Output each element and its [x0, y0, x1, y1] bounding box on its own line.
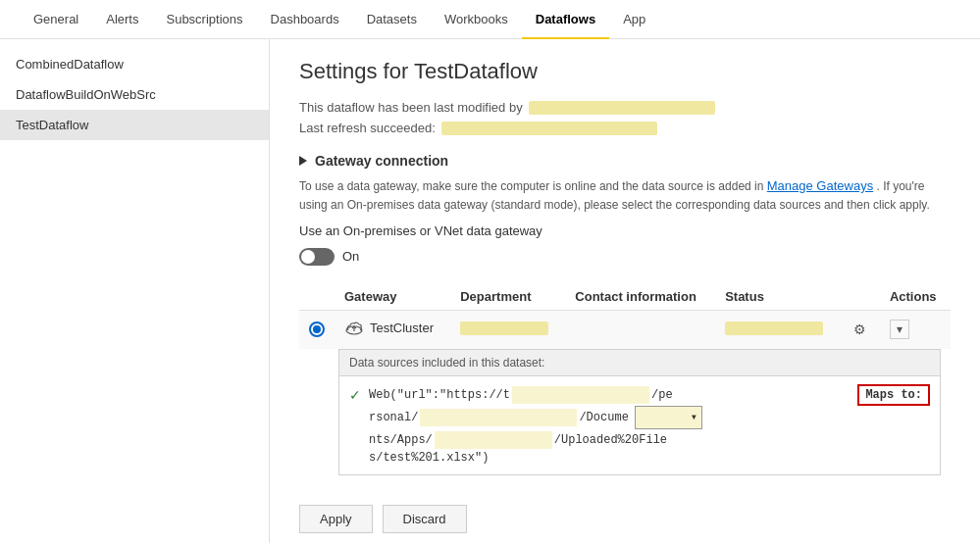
datasources-cell: Data sources included in this dataset: ✓… [299, 349, 951, 485]
nav-workbooks[interactable]: Workbooks [431, 0, 522, 39]
nav-dashboards[interactable]: Dashboards [257, 0, 353, 39]
col-contact-header: Contact information [565, 283, 715, 311]
code-line1-redacted [512, 386, 649, 404]
col-department-header: Department [450, 283, 565, 311]
code-line-3: nts/Apps/ /Uploaded%20File [369, 431, 930, 449]
manage-gateways-link[interactable]: Manage Gateways [767, 178, 873, 193]
code-line1-end: /pe [651, 388, 673, 402]
code-line2-end: /Docume [579, 411, 628, 424]
vnet-label: Use an On-premises or VNet data gateway [299, 223, 951, 238]
col-empty-header [841, 283, 880, 311]
gateway-actions-cell[interactable]: ▾ [880, 310, 951, 349]
main-content: Settings for TestDataflow This dataflow … [270, 39, 980, 543]
code-line1-start: Web("url":"https://t [369, 388, 510, 402]
gateway-dept-value [460, 321, 548, 335]
nav-datasets[interactable]: Datasets [353, 0, 431, 39]
apply-button[interactable]: Apply [299, 505, 373, 533]
code-line-2: rsonal/ /Docume ▾ [369, 406, 930, 429]
gateway-connection-section: Gateway connection To use a data gateway… [299, 153, 951, 485]
gear-icon[interactable]: ⚙ [851, 320, 870, 339]
sidebar-item-combined-dataflow[interactable]: CombinedDataflow [0, 49, 269, 79]
toggle-label: On [342, 249, 359, 264]
gateway-status-cell [715, 310, 841, 349]
radio-dot [313, 325, 321, 333]
maps-to-container: Maps to: [857, 388, 930, 402]
col-radio-header [299, 283, 335, 311]
nav-general[interactable]: General [20, 0, 92, 39]
col-status-header: Status [715, 283, 841, 311]
last-modified-value [529, 101, 715, 115]
last-refresh-value [441, 122, 657, 135]
maps-to-label: Maps to: [857, 384, 930, 406]
gateway-gear-cell[interactable]: ⚙ [841, 310, 880, 349]
sidebar-item-dataflow-build[interactable]: DataflowBuildOnWebSrc [0, 79, 269, 110]
gateway-status-value [725, 321, 823, 335]
gateway-dept-cell [450, 310, 565, 349]
chevron-down-icon[interactable]: ▾ [890, 320, 909, 339]
code-line3-start: nts/Apps/ [369, 433, 433, 447]
gateway-name-cell: TestCluster [335, 310, 450, 349]
page-title: Settings for TestDataflow [299, 59, 951, 84]
gateway-radio[interactable] [309, 321, 325, 337]
col-actions-header: Actions [880, 283, 951, 311]
code-line2-redacted [420, 409, 577, 426]
gateway-icon-label: TestCluster [344, 319, 434, 338]
gateway-row: TestCluster ⚙ [299, 310, 951, 349]
maps-to-dropdown-container: ▾ [635, 406, 702, 429]
collapse-triangle-icon[interactable] [299, 156, 307, 166]
datasources-row: Data sources included in this dataset: ✓… [299, 349, 951, 485]
sidebar-item-test-dataflow[interactable]: TestDataflow [0, 110, 269, 140]
datasources-container: Data sources included in this dataset: ✓… [338, 349, 941, 475]
gateway-cluster-name: TestCluster [370, 321, 434, 335]
code-line3-end: /Uploaded%20File [554, 433, 667, 447]
code-line3-redacted [435, 431, 552, 449]
dropdown-value [640, 409, 689, 426]
gateway-radio-cell[interactable] [299, 310, 335, 349]
check-icon: ✓ [349, 387, 361, 403]
code-line-4: s/test%201.xlsx") [369, 451, 930, 465]
gateway-section-title: Gateway connection [299, 153, 951, 169]
maps-to-dropdown[interactable]: ▾ [635, 406, 702, 429]
datasource-code-block: Web("url":"https://t /pe Maps to: [369, 386, 930, 465]
nav-app[interactable]: App [609, 0, 659, 39]
datasources-box: ✓ Web("url":"https://t /pe [338, 375, 941, 475]
gateway-cloud-icon [344, 319, 364, 338]
gateway-table: Gateway Department Contact information S… [299, 283, 951, 485]
nav-subscriptions[interactable]: Subscriptions [152, 0, 256, 39]
nav-dataflows[interactable]: Dataflows [522, 0, 609, 39]
datasource-entry: ✓ Web("url":"https://t /pe [349, 386, 930, 465]
discard-button[interactable]: Discard [383, 505, 467, 533]
vnet-toggle[interactable] [299, 248, 335, 266]
code-line2-start: rsonal/ [369, 411, 418, 424]
nav-alerts[interactable]: Alerts [92, 0, 152, 39]
gateway-contact-cell [565, 310, 715, 349]
toggle-row: On [299, 248, 951, 266]
last-modified-row: This dataflow has been last modified by [299, 100, 951, 115]
datasources-header: Data sources included in this dataset: [338, 349, 941, 375]
button-row: Apply Discard [299, 505, 951, 533]
last-refresh-label: Last refresh succeeded: [299, 121, 436, 135]
sidebar: CombinedDataflow DataflowBuildOnWebSrc T… [0, 39, 270, 543]
dropdown-arrow-icon[interactable]: ▾ [691, 410, 697, 424]
top-navigation: General Alerts Subscriptions Dashboards … [0, 0, 980, 39]
gateway-description: To use a data gateway, make sure the com… [299, 176, 951, 214]
main-layout: CombinedDataflow DataflowBuildOnWebSrc T… [0, 39, 980, 543]
col-gateway-header: Gateway [335, 283, 450, 311]
last-modified-label: This dataflow has been last modified by [299, 100, 523, 115]
last-refresh-row: Last refresh succeeded: [299, 121, 951, 135]
code-line4-text: s/test%201.xlsx") [369, 451, 489, 465]
code-line-1: Web("url":"https://t /pe Maps to: [369, 386, 930, 404]
